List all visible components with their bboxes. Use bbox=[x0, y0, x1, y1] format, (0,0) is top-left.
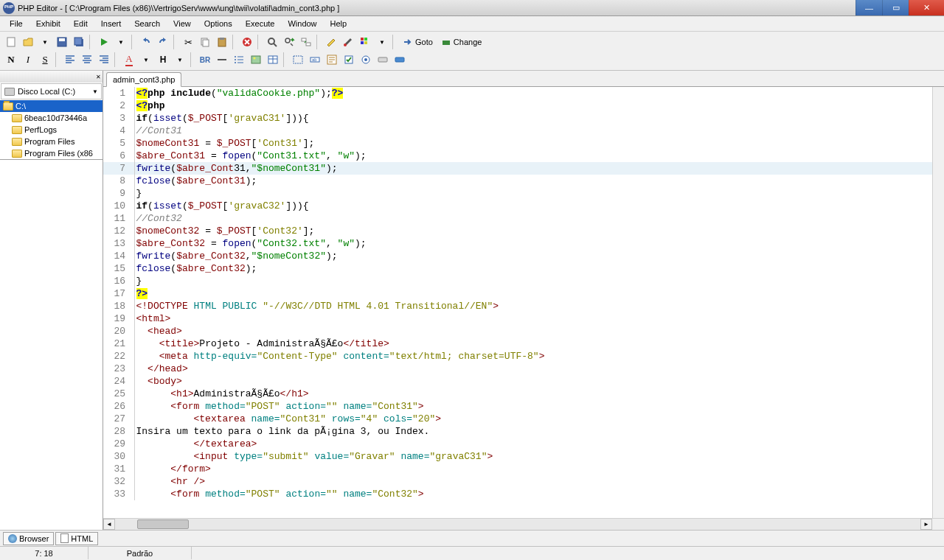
tree-item[interactable]: Program Files (x86 bbox=[0, 147, 103, 159]
code-line[interactable]: 14fwrite($abre_Cont32,"$nomeCont32"); bbox=[103, 250, 932, 262]
code-line[interactable]: 9} bbox=[103, 187, 932, 200]
select-icon[interactable] bbox=[290, 52, 306, 68]
replace-icon[interactable] bbox=[298, 34, 314, 50]
code-line[interactable]: 29 </textarea> bbox=[103, 438, 932, 450]
code-line[interactable]: 17?> bbox=[103, 287, 932, 300]
open-file-icon[interactable] bbox=[20, 34, 36, 50]
code-line[interactable]: 19<html> bbox=[103, 312, 932, 325]
menu-view[interactable]: View bbox=[167, 18, 198, 29]
color-picker-icon[interactable] bbox=[340, 34, 356, 50]
underline-icon[interactable]: S bbox=[37, 52, 53, 68]
code-line[interactable]: 16} bbox=[103, 275, 932, 287]
find-icon[interactable] bbox=[264, 34, 280, 50]
code-line[interactable]: 30 <input type="submit" value="Gravar" n… bbox=[103, 450, 932, 463]
delete-icon[interactable] bbox=[239, 34, 255, 50]
menu-insert[interactable]: Insert bbox=[94, 18, 128, 29]
align-center-icon[interactable] bbox=[79, 52, 95, 68]
tab-html[interactable]: HTML bbox=[55, 532, 98, 545]
menu-file[interactable]: File bbox=[3, 18, 30, 29]
code-line[interactable]: 7fwrite($abre_Cont31,"$nomeCont31"); bbox=[103, 162, 932, 175]
find-next-icon[interactable] bbox=[281, 34, 297, 50]
code-line[interactable]: 32 <hr /> bbox=[103, 475, 932, 488]
italic-icon[interactable]: I bbox=[20, 52, 36, 68]
menu-execute[interactable]: Execute bbox=[239, 18, 282, 29]
new-file-icon[interactable] bbox=[3, 34, 19, 50]
tree-root[interactable]: C:\ bbox=[0, 100, 103, 112]
code-line[interactable]: 20 <head> bbox=[103, 325, 932, 337]
input-icon[interactable]: ab bbox=[307, 52, 323, 68]
redo-icon[interactable] bbox=[155, 34, 171, 50]
maximize-button[interactable]: ▭ bbox=[882, 0, 909, 15]
button-icon[interactable] bbox=[375, 52, 391, 68]
code-line[interactable]: 33 <form method="POST" action="" name="C… bbox=[103, 488, 932, 500]
menu-exhibit[interactable]: Exhibit bbox=[30, 18, 67, 29]
minimize-button[interactable]: — bbox=[856, 0, 882, 15]
submit-icon[interactable] bbox=[392, 52, 408, 68]
drive-selector[interactable]: Disco Local (C:) ▼ bbox=[1, 83, 102, 99]
close-button[interactable]: ✕ bbox=[909, 0, 944, 15]
heading-icon[interactable]: H bbox=[155, 52, 171, 68]
list-icon[interactable] bbox=[231, 52, 247, 68]
dropdown2-icon[interactable]: ▼ bbox=[374, 34, 390, 50]
align-right-icon[interactable] bbox=[96, 52, 112, 68]
form-icon[interactable] bbox=[324, 52, 340, 68]
menu-options[interactable]: Options bbox=[198, 18, 239, 29]
code-line[interactable]: 26 <form method="POST" action="" name="C… bbox=[103, 400, 932, 413]
code-line[interactable]: 23 </head> bbox=[103, 363, 932, 375]
tree-item[interactable]: Program Files bbox=[0, 136, 103, 147]
dropdown3-icon[interactable]: ▼ bbox=[138, 52, 154, 68]
vertical-scrollbar[interactable] bbox=[932, 87, 944, 518]
save-icon[interactable] bbox=[54, 34, 70, 50]
code-line[interactable]: 31 </form> bbox=[103, 463, 932, 475]
copy-icon[interactable] bbox=[197, 34, 213, 50]
image-icon[interactable] bbox=[248, 52, 264, 68]
code-line[interactable]: 4//Cont31 bbox=[103, 125, 932, 137]
code-line[interactable]: 18<!DOCTYPE HTML PUBLIC "-//W3C//DTD HTM… bbox=[103, 300, 932, 312]
code-line[interactable]: 6$abre_Cont31 = fopen("Cont31.txt", "w")… bbox=[103, 150, 932, 162]
tree-item[interactable]: 6beac10d73446a bbox=[0, 112, 103, 124]
font-color-icon[interactable]: A bbox=[121, 52, 137, 68]
code-line[interactable]: 13$abre_Cont32 = fopen("Cont32.txt", "w"… bbox=[103, 237, 932, 250]
align-left-icon[interactable] bbox=[62, 52, 78, 68]
cut-icon[interactable]: ✂ bbox=[180, 34, 196, 50]
folder-tree[interactable]: C:\ 6beac10d73446a PerfLogs Program File… bbox=[0, 100, 103, 159]
radio-icon[interactable] bbox=[358, 52, 374, 68]
run-icon[interactable] bbox=[96, 34, 112, 50]
code-line[interactable]: 12$nomeCont32 = $_POST['Cont32']; bbox=[103, 225, 932, 237]
run-dropdown-icon[interactable]: ▼ bbox=[113, 34, 129, 50]
br-icon[interactable]: BR bbox=[197, 52, 213, 68]
code-line[interactable]: 21 <title>Projeto - AdministraÃ§Ã£o</tit… bbox=[103, 337, 932, 350]
dropdown4-icon[interactable]: ▼ bbox=[172, 52, 188, 68]
table-icon[interactable] bbox=[265, 52, 281, 68]
code-line[interactable]: 22 <meta http-equiv="Content-Type" conte… bbox=[103, 350, 932, 363]
code-editor[interactable]: 1<?php include("validaCookie.php");?>2<?… bbox=[103, 87, 932, 518]
hr-icon[interactable] bbox=[214, 52, 230, 68]
tab-active[interactable]: admin_cont3.php bbox=[106, 72, 181, 87]
horizontal-scrollbar[interactable]: ◄ ► bbox=[103, 518, 944, 530]
goto-button[interactable]: Goto bbox=[399, 34, 437, 50]
bold-icon[interactable]: N bbox=[3, 52, 19, 68]
checkbox-icon[interactable] bbox=[341, 52, 357, 68]
menu-help[interactable]: Help bbox=[324, 18, 354, 29]
code-line[interactable]: 25 <h1>AdministraÃ§Ã£o</h1> bbox=[103, 388, 932, 400]
code-line[interactable]: 5$nomeCont31 = $_POST['Cont31']; bbox=[103, 137, 932, 150]
code-line[interactable]: 3if(isset($_POST['gravaC31'])){ bbox=[103, 112, 932, 125]
tab-browser[interactable]: Browser bbox=[3, 532, 54, 545]
code-line[interactable]: 28Insira um texto para o link da pÃ¡gina… bbox=[103, 425, 932, 438]
code-line[interactable]: 11//Cont32 bbox=[103, 212, 932, 225]
code-line[interactable]: 27 <textarea name="Cont31" rows="4" cols… bbox=[103, 413, 932, 425]
dropdown-icon[interactable]: ▼ bbox=[37, 34, 53, 50]
change-button[interactable]: Change bbox=[437, 34, 486, 50]
highlight-icon[interactable] bbox=[323, 34, 339, 50]
code-line[interactable]: 8fclose($abre_Cont31); bbox=[103, 175, 932, 187]
code-line[interactable]: 10if(isset($_POST['gravaC32'])){ bbox=[103, 200, 932, 212]
menu-search[interactable]: Search bbox=[128, 18, 167, 29]
undo-icon[interactable] bbox=[138, 34, 154, 50]
menu-edit[interactable]: Edit bbox=[67, 18, 94, 29]
code-line[interactable]: 15fclose($abre_Cont32); bbox=[103, 262, 932, 275]
paste-icon[interactable] bbox=[214, 34, 230, 50]
code-line[interactable]: 1<?php include("validaCookie.php");?> bbox=[103, 87, 932, 99]
code-line[interactable]: 2<?php bbox=[103, 99, 932, 112]
palette-icon[interactable] bbox=[357, 34, 373, 50]
side-panel-close-icon[interactable]: ✕ bbox=[0, 71, 103, 83]
